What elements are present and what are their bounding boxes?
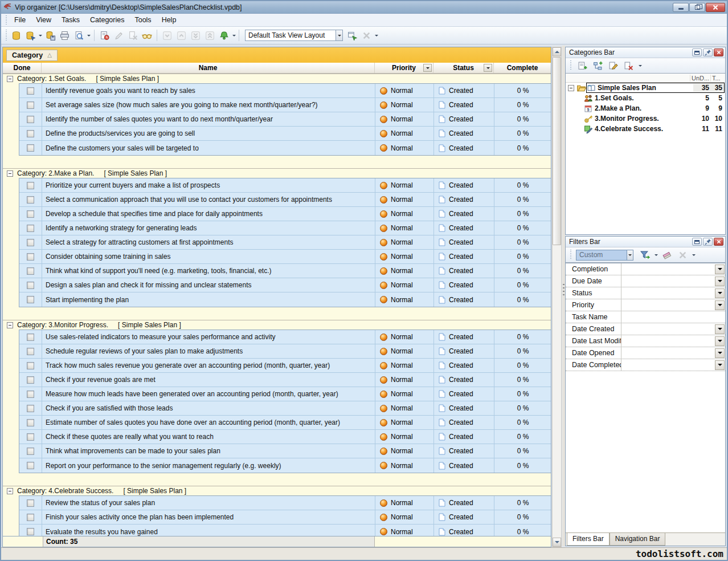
task-row[interactable]: Define the customers your sales will be … [19,141,551,155]
filter-value-field[interactable] [621,299,725,311]
move-to-bottom-icon[interactable] [189,29,202,42]
chevron-down-icon[interactable] [715,348,725,358]
column-header-priority[interactable]: Priority [375,63,433,73]
dropdown-arrow-icon[interactable] [374,29,379,42]
chevron-down-icon[interactable] [336,30,343,41]
task-checkbox[interactable] [27,116,34,123]
panel-restore-button[interactable] [692,238,702,246]
chevron-down-icon[interactable] [715,360,725,370]
print-preview-icon[interactable] [72,29,85,42]
column-header-name[interactable]: Name [42,63,375,73]
tab-navigation-bar[interactable]: Navigation Bar [610,533,666,546]
apply-filter-icon[interactable] [638,248,652,262]
category-group-row[interactable]: Category: 3.Monitor Progress.[ Simple Sa… [3,320,551,330]
collapse-icon[interactable] [7,488,13,494]
dropdown-arrow-icon[interactable] [231,29,236,42]
chevron-down-icon[interactable] [715,336,725,346]
task-row[interactable]: Set average sales size (how much sales a… [19,98,551,112]
task-row[interactable]: Measure how much leads have been generat… [19,387,551,401]
chevron-down-icon[interactable] [715,300,725,310]
tree-item[interactable]: 4.Celebrate Success.1111 [566,124,725,134]
filter-value-field[interactable] [621,275,725,287]
task-checkbox[interactable] [27,462,34,469]
add-task-icon[interactable] [97,29,111,42]
task-row[interactable]: Think what kind of support you'll need (… [19,264,551,278]
tree-item[interactable]: 3.Monitor Progress.1010 [566,113,725,124]
task-checkbox[interactable] [27,101,34,109]
restore-button[interactable] [689,3,705,12]
save-layout-icon[interactable] [345,29,359,42]
reminder-icon[interactable] [217,29,231,42]
menu-file[interactable]: File [9,14,31,26]
filter-value-field[interactable] [621,323,725,335]
menu-categories[interactable]: Categories [85,14,129,26]
filter-value-field[interactable] [621,287,725,299]
delete-category-icon[interactable] [622,59,636,72]
task-checkbox[interactable] [27,282,34,289]
task-row[interactable]: Consider obtaining some training in sale… [19,250,551,264]
view-task-icon[interactable] [140,29,154,42]
scroll-down-button[interactable] [553,538,561,547]
task-checkbox[interactable] [27,253,34,261]
chevron-down-icon[interactable] [715,288,725,298]
tree-item[interactable]: Simple Sales Plan3535 [566,83,725,93]
add-category-icon[interactable] [576,59,590,72]
collapse-icon[interactable] [7,76,13,82]
filter-value-field[interactable] [621,335,725,347]
task-checkbox[interactable] [27,362,34,369]
task-row[interactable]: Select a strategy for attracting custome… [19,235,551,250]
delete-layout-icon[interactable] [359,29,373,42]
task-row[interactable]: Identify revenue goals you want to reach… [19,84,551,98]
category-group-button[interactable]: Category △ [6,50,58,61]
save-database-icon[interactable] [43,29,57,42]
edit-category-icon[interactable] [607,59,620,72]
task-row[interactable]: Start implementing the planNormalCreated… [19,292,551,307]
menu-view[interactable]: View [31,14,56,26]
task-row[interactable]: Use sales-related indicators to measure … [19,330,551,344]
filter-value-field[interactable] [621,347,725,359]
move-down-icon[interactable] [160,29,174,42]
tree-item[interactable]: 52.Make a Plan.99 [566,103,725,113]
priority-filter-button[interactable] [423,64,432,72]
collapse-icon[interactable] [7,322,13,328]
task-checkbox[interactable] [27,196,34,204]
task-checkbox[interactable] [27,376,34,384]
column-header-total[interactable]: T... [710,75,725,82]
filter-value-field[interactable] [621,359,725,371]
task-row[interactable]: Track how much sales revenue you generat… [19,359,551,373]
close-button[interactable] [706,3,725,12]
task-row[interactable]: Review the status of your sales planNorm… [19,496,551,510]
task-row[interactable]: Check if you are satisfied with those le… [19,401,551,416]
task-checkbox[interactable] [27,499,34,507]
scroll-up-button[interactable] [553,47,561,56]
task-checkbox[interactable] [27,348,34,355]
panel-pin-button[interactable] [703,48,713,56]
task-row[interactable]: Schedule regular reviews of your sales p… [19,344,551,359]
edit-task-icon[interactable] [112,29,125,42]
task-checkbox[interactable] [27,87,34,95]
task-checkbox[interactable] [27,448,34,455]
column-header-status[interactable]: Status [433,63,494,73]
chevron-down-icon[interactable] [715,265,725,274]
vertical-scrollbar[interactable] [552,47,562,547]
move-to-top-icon[interactable] [203,29,216,42]
new-database-icon[interactable] [9,29,23,42]
category-group-row[interactable]: Category: 1.Set Goals.[ Simple Sales Pla… [3,74,551,83]
task-row[interactable]: Report on your performance to the senior… [19,458,551,473]
collapse-icon[interactable] [7,170,13,177]
column-header-undone[interactable]: UnD... [690,75,710,82]
task-checkbox[interactable] [27,433,34,441]
task-checkbox[interactable] [27,296,34,303]
category-group-row[interactable]: Category: 4.Celebrate Success.[ Simple S… [3,486,551,495]
task-row[interactable]: Check if your revenue goals are metNorma… [19,373,551,387]
filter-preset-combo[interactable]: Custom [576,250,627,261]
dropdown-arrow-icon[interactable] [653,248,659,262]
task-row[interactable]: Prioritize your current buyers and make … [19,178,551,193]
task-row[interactable]: Finish your sales activity once the plan… [19,510,551,525]
panel-close-button[interactable] [714,48,723,56]
panel-restore-button[interactable] [692,48,702,56]
task-checkbox[interactable] [27,182,34,189]
task-row[interactable]: Identify the number of sales quotes you … [19,112,551,127]
tree-item[interactable]: 1.Set Goals.55 [566,93,725,103]
task-checkbox[interactable] [27,528,34,535]
